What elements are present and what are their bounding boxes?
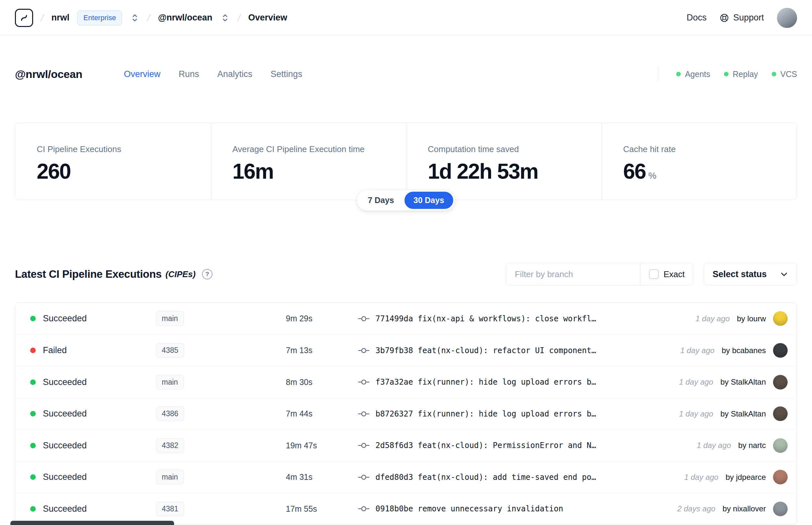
status-cell: Succeeded bbox=[30, 440, 156, 451]
stat-label: Average CI Pipeline Execution time bbox=[232, 144, 385, 154]
author-avatar[interactable] bbox=[773, 438, 788, 453]
meta-cell: 1 day ago by nartc bbox=[697, 438, 788, 453]
git-commit-icon bbox=[358, 410, 370, 418]
table-row[interactable]: Succeeded main 4m 31s dfed80d3 feat(nx-c… bbox=[15, 461, 797, 493]
enterprise-badge: Enterprise bbox=[77, 10, 122, 25]
tab-runs[interactable]: Runs bbox=[179, 69, 199, 79]
breadcrumb-separator: / bbox=[40, 12, 45, 24]
status-label: Succeeded bbox=[43, 314, 87, 324]
status-dot-icon bbox=[30, 379, 36, 385]
table-row[interactable]: Succeeded 4381 17m 55s 0918b0be remove u… bbox=[15, 493, 797, 525]
author-avatar[interactable] bbox=[773, 343, 788, 358]
author-avatar[interactable] bbox=[773, 311, 788, 326]
chevron-down-icon bbox=[780, 270, 788, 279]
stat-card-executions: CI Pipeline Executions 260 bbox=[15, 123, 211, 200]
duration-cell: 8m 30s bbox=[286, 377, 358, 387]
author-avatar[interactable] bbox=[773, 501, 788, 516]
branch-badge[interactable]: main bbox=[156, 470, 184, 484]
range-30-days-button[interactable]: 30 Days bbox=[404, 192, 454, 209]
branch-cell: 4382 bbox=[156, 438, 286, 453]
exact-filter[interactable]: Exact bbox=[640, 263, 693, 285]
git-commit-icon bbox=[358, 441, 370, 449]
page-title: @nrwl/ocean bbox=[15, 68, 82, 80]
status-cell: Succeeded bbox=[30, 472, 156, 482]
help-icon[interactable]: ? bbox=[202, 269, 212, 280]
range-7-days-button[interactable]: 7 Days bbox=[358, 192, 403, 209]
green-dot-icon bbox=[724, 72, 729, 76]
author: by nartc bbox=[738, 441, 766, 450]
indicator-replay[interactable]: Replay bbox=[724, 70, 758, 79]
commit-cell[interactable]: 3b79fb38 feat(nx-cloud): refactor UI com… bbox=[358, 346, 670, 355]
relative-time: 1 day ago bbox=[695, 314, 730, 323]
meta-cell: 1 day ago by StalkAltan bbox=[679, 375, 788, 390]
exact-checkbox[interactable] bbox=[649, 269, 659, 279]
lifebuoy-icon bbox=[719, 13, 729, 23]
workspace-selector-chevrons-icon[interactable] bbox=[220, 11, 230, 24]
breadcrumb: / nrwl Enterprise / @nrwl/ocean / Overvi… bbox=[15, 9, 287, 27]
nx-cloud-logo-icon[interactable] bbox=[15, 9, 33, 27]
status-cell: Succeeded bbox=[30, 504, 156, 514]
commit-cell[interactable]: 0918b0be remove unnecessary invalidation bbox=[358, 504, 668, 513]
author-avatar[interactable] bbox=[773, 406, 788, 421]
branch-badge[interactable]: main bbox=[156, 311, 184, 326]
commit-message: b8726327 fix(runner): hide log upload er… bbox=[376, 409, 596, 418]
branch-badge[interactable]: 4381 bbox=[156, 501, 184, 516]
partial-link-preview-bar bbox=[11, 521, 174, 525]
breadcrumb-workspace[interactable]: @nrwl/ocean bbox=[158, 13, 212, 23]
table-row[interactable]: Succeeded main 8m 30s f37a32ae fix(runne… bbox=[15, 366, 797, 398]
tab-analytics[interactable]: Analytics bbox=[217, 69, 252, 79]
duration-cell: 7m 44s bbox=[286, 409, 358, 418]
table-row[interactable]: Succeeded 4386 7m 44s b8726327 fix(runne… bbox=[15, 398, 797, 430]
table-row[interactable]: Succeeded main 9m 29s 771499da fix(nx-ap… bbox=[15, 303, 797, 335]
git-commit-icon bbox=[358, 347, 370, 355]
status-dot-icon bbox=[30, 474, 36, 480]
branch-cell: main bbox=[156, 311, 286, 326]
git-commit-icon bbox=[358, 473, 370, 481]
user-avatar[interactable] bbox=[777, 8, 797, 28]
branch-badge[interactable]: 4385 bbox=[156, 343, 184, 358]
commit-cell[interactable]: f37a32ae fix(runner): hide log upload er… bbox=[358, 377, 670, 387]
table-row[interactable]: Succeeded 4382 19m 47s 2d58f6d3 feat(nx-… bbox=[15, 430, 797, 461]
commit-cell[interactable]: b8726327 fix(runner): hide log upload er… bbox=[358, 409, 670, 418]
author-avatar[interactable] bbox=[773, 470, 788, 484]
branch-filter-input[interactable] bbox=[506, 263, 640, 285]
table-row[interactable]: Failed 4385 7m 13s 3b79fb38 feat(nx-clou… bbox=[15, 335, 797, 366]
commit-cell[interactable]: dfed80d3 feat(nx-cloud): add time-saved … bbox=[358, 473, 675, 482]
commit-cell[interactable]: 771499da fix(nx-api & workflows): close … bbox=[358, 314, 686, 323]
org-selector-chevrons-icon[interactable] bbox=[130, 11, 140, 24]
stats-section: CI Pipeline Executions 260 Average CI Pi… bbox=[15, 122, 797, 200]
branch-badge[interactable]: main bbox=[156, 375, 184, 390]
breadcrumb-separator: / bbox=[147, 12, 152, 24]
meta-cell: 1 day ago by lourw bbox=[695, 311, 788, 326]
status-dot-icon bbox=[30, 443, 36, 448]
breadcrumb-org[interactable]: nrwl bbox=[51, 13, 70, 23]
branch-badge[interactable]: 4382 bbox=[156, 438, 184, 453]
docs-link[interactable]: Docs bbox=[687, 13, 707, 23]
branch-badge[interactable]: 4386 bbox=[156, 406, 184, 421]
branch-cell: 4385 bbox=[156, 343, 286, 358]
status-cell: Succeeded bbox=[30, 409, 156, 419]
commit-cell[interactable]: 2d58f6d3 feat(nx-cloud): PermissionError… bbox=[358, 441, 687, 450]
commit-message: 0918b0be remove unnecessary invalidation bbox=[376, 504, 563, 513]
select-status-dropdown[interactable]: Select status bbox=[704, 263, 797, 286]
status-label: Succeeded bbox=[43, 377, 87, 387]
status-cell: Failed bbox=[30, 345, 156, 356]
relative-time: 1 day ago bbox=[679, 377, 713, 387]
author-avatar[interactable] bbox=[773, 375, 788, 390]
status-cell: Succeeded bbox=[30, 377, 156, 387]
stat-value: 260 bbox=[37, 159, 189, 183]
green-dot-icon bbox=[772, 72, 776, 76]
breadcrumb-separator: / bbox=[236, 12, 242, 24]
support-link[interactable]: Support bbox=[719, 13, 764, 23]
cipes-title-suffix: (CIPEs) bbox=[166, 269, 196, 280]
indicator-agents[interactable]: Agents bbox=[676, 70, 710, 79]
cipe-table: Succeeded main 9m 29s 771499da fix(nx-ap… bbox=[15, 302, 797, 525]
tab-overview[interactable]: Overview bbox=[124, 69, 160, 79]
workspace-tabs: Overview Runs Analytics Settings bbox=[124, 69, 302, 79]
indicator-vcs[interactable]: VCS bbox=[772, 70, 797, 79]
tab-settings[interactable]: Settings bbox=[271, 69, 302, 79]
author: by lourw bbox=[737, 314, 766, 323]
stat-unit: % bbox=[648, 170, 656, 181]
status-label: Succeeded bbox=[43, 504, 87, 514]
relative-time: 2 days ago bbox=[677, 504, 715, 513]
